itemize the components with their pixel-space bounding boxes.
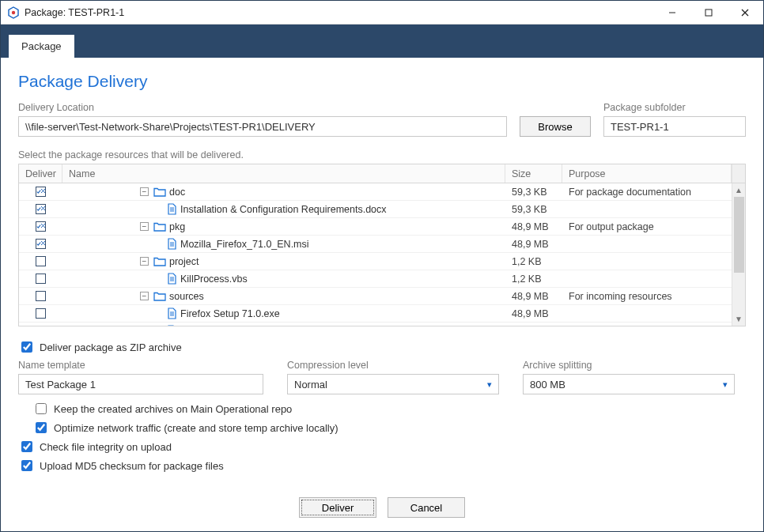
folder-icon bbox=[153, 187, 166, 197]
table-row[interactable]: −sources48,9 MBFor incoming resources bbox=[19, 288, 745, 305]
app-icon bbox=[7, 6, 20, 19]
page-title: Package Delivery bbox=[18, 72, 746, 91]
size-cell: 59,3 KB bbox=[505, 201, 562, 217]
col-purpose[interactable]: Purpose bbox=[562, 164, 732, 183]
keep-archives-input[interactable] bbox=[36, 403, 47, 414]
deliver-checkbox[interactable] bbox=[19, 270, 62, 287]
row-name: Firefox Setup 71.0.exe bbox=[180, 308, 280, 319]
purpose-cell bbox=[562, 201, 732, 217]
table-row[interactable]: Firefox Setup 71.0.exe48,9 MB bbox=[19, 305, 745, 323]
upload-md5-checkbox[interactable]: Upload MD5 checksum for package files bbox=[18, 458, 746, 474]
delivery-location-label: Delivery Location bbox=[18, 102, 507, 113]
deliver-checkbox[interactable] bbox=[19, 183, 62, 200]
deliver-button[interactable]: Deliver bbox=[299, 497, 376, 518]
optimize-network-input[interactable] bbox=[36, 422, 47, 433]
deliver-checkbox[interactable] bbox=[19, 253, 62, 270]
row-name: doc bbox=[169, 187, 185, 198]
scroll-up-icon[interactable]: ▲ bbox=[732, 183, 746, 197]
tree-collapse-icon[interactable]: − bbox=[140, 292, 149, 300]
table-row[interactable]: −doc59,3 KBFor package documentation bbox=[19, 183, 745, 201]
package-subfolder-label: Package subfolder bbox=[603, 102, 746, 113]
maximize-button[interactable] bbox=[690, 1, 727, 25]
archive-splitting-select[interactable]: 800 MB ▾ bbox=[523, 374, 735, 394]
file-icon bbox=[167, 308, 177, 319]
purpose-cell: For incoming resources bbox=[562, 288, 732, 304]
col-deliver[interactable]: Deliver bbox=[19, 164, 62, 183]
file-icon bbox=[167, 273, 177, 285]
deliver-checkbox[interactable] bbox=[19, 201, 62, 217]
row-name: Installation & Configuration Requirement… bbox=[180, 204, 387, 215]
deliver-checkbox[interactable] bbox=[19, 305, 62, 322]
compression-level-select[interactable]: Normal ▾ bbox=[287, 374, 499, 394]
folder-icon bbox=[153, 256, 166, 266]
purpose-cell: For package documentation bbox=[562, 183, 732, 200]
name-cell: Installation & Configuration Requirement… bbox=[62, 201, 505, 217]
size-cell: 48,9 MB bbox=[505, 305, 562, 322]
tree-collapse-icon[interactable]: − bbox=[140, 257, 149, 266]
table-row[interactable]: Mozilla_Firefox_71.0_EN.msi48,9 MB bbox=[19, 236, 745, 253]
cancel-button[interactable]: Cancel bbox=[388, 497, 465, 518]
row-name: project bbox=[169, 256, 199, 267]
delivery-location-input[interactable] bbox=[18, 116, 507, 137]
col-size[interactable]: Size bbox=[505, 164, 562, 183]
check-integrity-label: Check file integrity on upload bbox=[40, 441, 172, 453]
window: Package: TEST-PR1-1 Package Package Deli… bbox=[0, 0, 764, 532]
deliver-checkbox[interactable] bbox=[19, 218, 62, 235]
compression-level-value: Normal bbox=[294, 379, 327, 391]
size-cell: 59,3 KB bbox=[505, 183, 562, 200]
purpose-cell bbox=[562, 323, 732, 326]
browse-button[interactable]: Browse bbox=[520, 116, 591, 137]
keep-archives-checkbox[interactable]: Keep the created archives on Main Operat… bbox=[32, 401, 746, 417]
name-template-label: Name template bbox=[18, 360, 263, 371]
upload-md5-input[interactable] bbox=[21, 460, 32, 471]
table-row[interactable]: Installation & Configuration Requirement… bbox=[19, 201, 745, 218]
table-row[interactable]: KillProcess.vbs1,2 KB bbox=[19, 270, 745, 288]
zip-enable-input[interactable] bbox=[21, 341, 32, 353]
tree-collapse-icon[interactable]: − bbox=[140, 187, 149, 196]
scroll-thumb[interactable] bbox=[734, 197, 744, 273]
purpose-cell: For output package bbox=[562, 218, 732, 235]
name-template-input[interactable] bbox=[18, 374, 263, 394]
close-button[interactable] bbox=[727, 1, 763, 25]
table-row[interactable]: −pkg48,9 MBFor output package bbox=[19, 218, 745, 236]
scroll-gutter-header bbox=[732, 164, 745, 183]
col-name[interactable]: Name bbox=[62, 164, 505, 183]
optimize-network-checkbox[interactable]: Optimize network traffic (create and sto… bbox=[32, 420, 746, 436]
row-name: sources bbox=[169, 291, 204, 302]
table-row[interactable]: RegistrySettings2.reg1,2 KB bbox=[19, 323, 745, 326]
chevron-down-icon: ▾ bbox=[487, 379, 492, 390]
deliver-checkbox[interactable] bbox=[19, 323, 62, 326]
content: Package Delivery Delivery Location Brows… bbox=[1, 58, 763, 531]
folder-icon bbox=[153, 221, 166, 232]
name-cell: −sources bbox=[62, 288, 505, 304]
vertical-scrollbar[interactable]: ▲ ▼ bbox=[732, 183, 745, 326]
deliver-checkbox[interactable] bbox=[19, 236, 62, 252]
check-integrity-input[interactable] bbox=[21, 441, 32, 452]
minimize-button[interactable] bbox=[654, 1, 690, 25]
tree-collapse-icon[interactable]: − bbox=[140, 222, 149, 231]
deliver-checkbox[interactable] bbox=[19, 288, 62, 304]
archive-splitting-value: 800 MB bbox=[530, 379, 565, 391]
zip-enable-checkbox[interactable]: Deliver package as ZIP archive bbox=[18, 339, 746, 355]
folder-icon bbox=[153, 291, 166, 301]
name-cell: Firefox Setup 71.0.exe bbox=[62, 305, 505, 322]
archive-splitting-label: Archive splitting bbox=[523, 360, 735, 371]
svg-point-1 bbox=[12, 10, 15, 13]
table-row[interactable]: −project1,2 KB bbox=[19, 253, 745, 270]
navbar: Package bbox=[1, 25, 763, 58]
grid-body: −doc59,3 KBFor package documentationInst… bbox=[19, 183, 745, 326]
purpose-cell bbox=[562, 253, 732, 270]
tab-package[interactable]: Package bbox=[8, 34, 75, 58]
name-cell: Mozilla_Firefox_71.0_EN.msi bbox=[62, 236, 505, 252]
grid-header: Deliver Name Size Purpose bbox=[19, 164, 745, 183]
scroll-down-icon[interactable]: ▼ bbox=[732, 312, 746, 326]
purpose-cell bbox=[562, 305, 732, 322]
size-cell: 1,2 KB bbox=[505, 270, 562, 287]
file-icon bbox=[167, 238, 177, 250]
titlebar: Package: TEST-PR1-1 bbox=[1, 1, 763, 25]
package-subfolder-input[interactable] bbox=[603, 116, 746, 137]
size-cell: 48,9 MB bbox=[505, 288, 562, 304]
check-integrity-checkbox[interactable]: Check file integrity on upload bbox=[18, 439, 746, 455]
zip-enable-label: Deliver package as ZIP archive bbox=[40, 341, 182, 353]
compression-level-label: Compression level bbox=[287, 360, 499, 371]
